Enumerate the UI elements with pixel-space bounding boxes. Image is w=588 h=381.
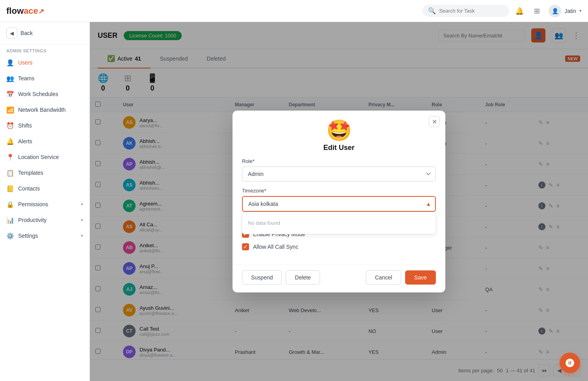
topbar: flowace↗ 🔍 🔔 ⊞ 👤 Jatin ▾: [0, 0, 588, 22]
settings-chevron: ▾: [81, 233, 83, 239]
back-button[interactable]: ◀ Back: [0, 22, 89, 44]
productivity-icon: 📊: [6, 216, 14, 224]
sidebar-item-productivity[interactable]: 📊 Productivity ▾: [0, 212, 89, 228]
sidebar-label-templates: Templates: [18, 170, 83, 176]
network-bandwidth-icon: 📶: [6, 106, 14, 114]
chevron-down-icon: ▾: [579, 8, 582, 13]
modal-header: 🤩 Edit User: [233, 111, 445, 158]
edit-user-modal: ✕ 🤩 Edit User Role* Admin User Manager: [233, 111, 445, 292]
sidebar-item-settings[interactable]: ⚙️ Settings ▾: [0, 228, 89, 244]
sidebar-label-permissions: Permissions: [18, 201, 77, 207]
search-bar[interactable]: 🔍: [422, 5, 509, 17]
sidebar-item-contacts[interactable]: 📒 Contacts: [0, 181, 89, 196]
role-label: Role*: [242, 158, 436, 164]
timezone-label: Timezone*: [242, 188, 436, 194]
sidebar-label-users: Users: [18, 59, 83, 66]
timezone-input[interactable]: [242, 196, 436, 212]
grid-icon[interactable]: ⊞: [531, 6, 542, 17]
sidebar-label-alerts: Alerts: [18, 138, 83, 144]
main-area: ◀ Back ADMIN SETTINGS 👤 Users 👥 Teams 📅 …: [0, 22, 588, 381]
sidebar-label-shifts: Shifts: [18, 122, 83, 129]
users-icon: 👤: [6, 59, 14, 67]
sidebar-label-productivity: Productivity: [18, 217, 77, 223]
notification-icon[interactable]: 🔔: [514, 6, 525, 17]
logo-text: flowace↗: [6, 6, 44, 16]
sidebar-label-settings: Settings: [18, 233, 77, 239]
modal-close-button[interactable]: ✕: [429, 116, 440, 127]
back-arrow: ◀: [6, 28, 17, 39]
alerts-icon: 🔔: [6, 137, 14, 145]
sidebar: ◀ Back ADMIN SETTINGS 👤 Users 👥 Teams 📅 …: [0, 22, 90, 381]
sidebar-label-contacts: Contacts: [18, 185, 83, 192]
sidebar-item-permissions[interactable]: 🔒 Permissions ▾: [0, 196, 89, 212]
search-input[interactable]: [439, 8, 504, 14]
role-form-group: Role* Admin User Manager: [242, 158, 436, 181]
chatbot-icon: [565, 358, 575, 368]
delete-button[interactable]: Delete: [286, 270, 320, 285]
settings-icon: ⚙️: [6, 232, 14, 240]
teams-icon: 👥: [6, 74, 14, 82]
productivity-chevron: ▾: [81, 217, 83, 223]
allow-all-call-sync-label: Allow All Call Sync: [253, 244, 298, 250]
sidebar-item-shifts[interactable]: ⏰ Shifts: [0, 118, 89, 133]
timezone-wrapper: ▲ No data found: [242, 196, 436, 212]
back-label: Back: [20, 30, 33, 36]
checkbox-allow-all-call-sync: ✓ Allow All Call Sync: [242, 243, 436, 250]
role-select[interactable]: Admin User Manager: [242, 166, 436, 181]
sidebar-item-teams[interactable]: 👥 Teams: [0, 70, 89, 86]
app: flowace↗ 🔍 🔔 ⊞ 👤 Jatin ▾ ◀ Back ADMIN SE…: [0, 0, 588, 381]
templates-icon: 📋: [6, 169, 14, 177]
sidebar-item-network-bandwidth[interactable]: 📶 Network Bandwidth: [0, 102, 89, 118]
modal-body: Role* Admin User Manager Timezone*: [233, 158, 445, 264]
sidebar-label-teams: Teams: [18, 75, 83, 81]
search-icon: 🔍: [428, 7, 436, 15]
admin-settings-label: ADMIN SETTINGS: [0, 44, 89, 55]
permissions-chevron: ▾: [81, 202, 83, 207]
work-schedules-icon: 📅: [6, 90, 14, 98]
permissions-icon: 🔒: [6, 200, 14, 208]
modal-overlay: ✕ 🤩 Edit User Role* Admin User Manager: [90, 22, 588, 381]
topbar-icons: 🔔 ⊞ 👤 Jatin ▾: [514, 5, 582, 17]
user-name: Jatin: [564, 8, 576, 14]
modal-title: Edit User: [323, 144, 354, 152]
timezone-dropdown: No data found: [242, 212, 436, 234]
sidebar-label-location-service: Location Service: [18, 154, 83, 160]
chatbot-fab[interactable]: [560, 353, 580, 373]
timezone-form-group: Timezone* ▲ No data found: [242, 188, 436, 212]
sidebar-item-alerts[interactable]: 🔔 Alerts: [0, 133, 89, 149]
sidebar-item-templates[interactable]: 📋 Templates: [0, 165, 89, 181]
suspend-button[interactable]: Suspend: [242, 270, 282, 285]
content: USER License Count: 1000 👤 👥 ⋮ ✅ Active …: [90, 22, 588, 381]
cancel-button[interactable]: Cancel: [366, 270, 401, 285]
contacts-icon: 📒: [6, 185, 14, 192]
user-chip[interactable]: 👤 Jatin ▾: [549, 5, 582, 17]
location-service-icon: 📍: [6, 153, 14, 161]
shifts-icon: ⏰: [6, 122, 14, 129]
modal-footer: Suspend Delete Cancel Save: [233, 264, 445, 292]
user-avatar: 👤: [549, 5, 561, 17]
no-data-label: No data found: [242, 215, 435, 231]
footer-left: Suspend Delete: [242, 270, 320, 285]
sidebar-item-location-service[interactable]: 📍 Location Service: [0, 149, 89, 165]
save-button[interactable]: Save: [405, 270, 436, 285]
modal-emoji: 🤩: [326, 120, 352, 141]
allow-all-call-sync-checkbox[interactable]: ✓: [242, 243, 249, 250]
footer-right: Cancel Save: [366, 270, 436, 285]
sidebar-label-network-bandwidth: Network Bandwidth: [18, 107, 83, 113]
logo: flowace↗: [6, 6, 44, 16]
sidebar-label-work-schedules: Work Schedules: [18, 91, 83, 97]
sidebar-item-work-schedules[interactable]: 📅 Work Schedules: [0, 86, 89, 102]
sidebar-item-users[interactable]: 👤 Users: [0, 55, 89, 70]
